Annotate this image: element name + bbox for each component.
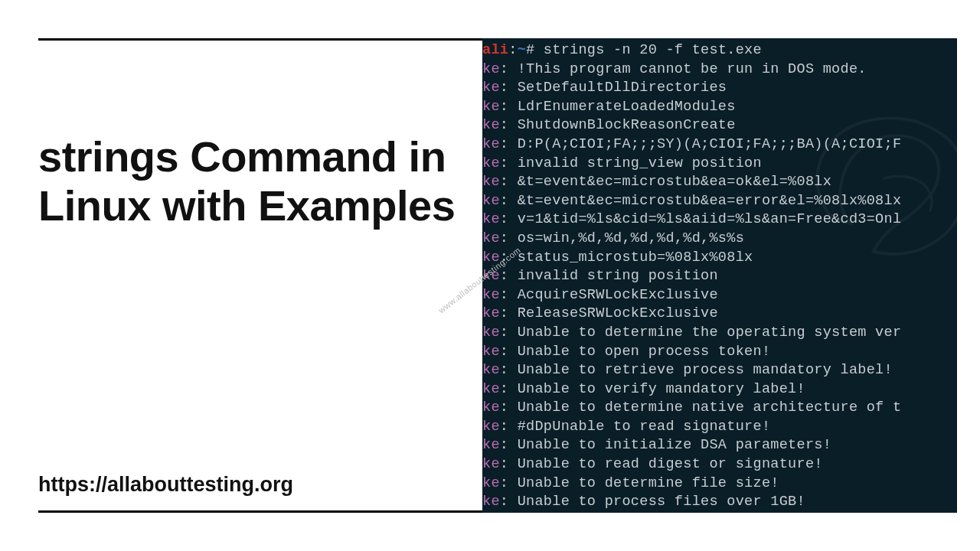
filename-prefix: ke xyxy=(482,117,500,133)
output-text: Unable to determine native architecture … xyxy=(518,399,902,416)
output-text: !This program cannot be run in DOS mode. xyxy=(518,61,867,77)
filename-prefix: ke xyxy=(482,475,500,491)
output-line: ke: Unable to open process token! xyxy=(482,343,957,362)
filename-prefix: ke xyxy=(482,419,500,435)
output-line: ke: SetDefaultDllDirectories xyxy=(482,79,957,98)
terminal-output: ali:~# strings -n 20 -f test.exe ke: !Th… xyxy=(482,41,957,513)
left-panel: strings Command in Linux with Examples h… xyxy=(38,38,482,513)
output-line: ke: os=win,%d,%d,%d,%d,%d,%s%s xyxy=(482,230,957,249)
output-line: ke: v=1&tid=%ls&cid=%ls&aiid=%ls&an=Free… xyxy=(482,210,957,230)
output-text: ReleaseSRWLockExclusive xyxy=(518,305,718,321)
output-line: ke: !This program cannot be run in DOS m… xyxy=(482,60,957,80)
filename-prefix: ke xyxy=(482,174,500,190)
filename-prefix: ke xyxy=(482,155,500,171)
output-line: ke: Unable to process files over 1GB! xyxy=(482,493,957,512)
output-line: ke: LdrEnumerateLoadedModules xyxy=(482,98,957,117)
filename-prefix: ke xyxy=(482,99,500,115)
output-line: ke: invalid string_view position xyxy=(482,155,957,174)
path-symbol: ~ xyxy=(518,42,526,58)
command-text: strings -n 20 -f test.exe xyxy=(544,42,762,58)
filename-prefix: ke xyxy=(482,437,500,453)
output-text: &t=event&ec=microstub&ea=ok&el=%08lx xyxy=(518,174,831,190)
filename-prefix: ke xyxy=(482,268,500,284)
output-text: D:P(A;CIOI;FA;;;SY)(A;CIOI;FA;;;BA)(A;CI… xyxy=(518,136,902,152)
output-text: invalid string_view position xyxy=(518,155,762,171)
output-text: v=1&tid=%ls&cid=%ls&aiid=%ls&an=Free&cd3… xyxy=(518,211,902,227)
output-text: invalid string position xyxy=(518,268,718,284)
output-text: SetDefaultDllDirectories xyxy=(518,80,727,96)
output-line: ke: ShutdownBlockReasonCreate xyxy=(482,116,957,135)
output-line: ke: Unable to read digest or signature! xyxy=(482,455,957,474)
filename-prefix: ke xyxy=(482,230,500,246)
page-title: strings Command in Linux with Examples xyxy=(38,132,467,231)
output-text: Unable to initialize DSA parameters! xyxy=(518,437,831,453)
output-line: ke: Unable to initialize DSA parameters! xyxy=(482,436,957,455)
filename-prefix: ke xyxy=(482,136,500,152)
output-line: ke: AcquireSRWLockExclusive xyxy=(482,286,957,305)
site-url: https://allabouttesting.org xyxy=(38,473,467,497)
output-text: Unable to determine file size! xyxy=(518,475,779,491)
filename-prefix: ke xyxy=(482,381,500,397)
command-line: ali:~# strings -n 20 -f test.exe xyxy=(482,41,957,60)
output-text: Unable to process files over 1GB! xyxy=(518,494,805,510)
output-line: ke: Unable to determine native architect… xyxy=(482,399,957,418)
output-line: ke: &t=event&ec=microstub&ea=error&el=%0… xyxy=(482,192,957,211)
output-line: ke: ReleaseSRWLockExclusive xyxy=(482,305,957,324)
output-line: ke: #dDpUnable to read signature! xyxy=(482,418,957,437)
terminal-panel: ali:~# strings -n 20 -f test.exe ke: !Th… xyxy=(482,38,957,513)
output-line: ke: D:P(A;CIOI;FA;;;SY)(A;CIOI;FA;;;BA)(… xyxy=(482,135,957,155)
filename-prefix: ke xyxy=(482,61,500,77)
output-text: LdrEnumerateLoadedModules xyxy=(518,99,736,115)
filename-prefix: ke xyxy=(482,249,500,266)
output-line: ke: invalid string position xyxy=(482,267,957,286)
filename-prefix: ke xyxy=(482,399,500,416)
hostname: ali xyxy=(482,42,508,58)
output-text: Unable to retrieve process mandatory lab… xyxy=(518,362,893,378)
output-text: Unable to read digest or signature! xyxy=(518,456,823,472)
prompt-hash: # xyxy=(526,42,534,58)
output-text: Unable to verify mandatory label! xyxy=(518,381,805,397)
filename-prefix: ke xyxy=(482,456,500,472)
output-line: ke: &t=event&ec=microstub&ea=ok&el=%08lx xyxy=(482,173,957,192)
filename-prefix: ke xyxy=(482,305,500,321)
output-line: ke: status_microstub=%08lx%08lx xyxy=(482,249,957,268)
filename-prefix: ke xyxy=(482,362,500,378)
filename-prefix: ke xyxy=(482,344,500,360)
output-text: ShutdownBlockReasonCreate xyxy=(518,117,736,133)
output-text: Unable to determine the operating system… xyxy=(518,324,902,341)
filename-prefix: ke xyxy=(482,324,500,341)
output-text: status_microstub=%08lx%08lx xyxy=(518,249,753,266)
output-text: #dDpUnable to read signature! xyxy=(518,419,771,435)
output-line: ke: Unable to determine the operating sy… xyxy=(482,324,957,343)
output-line: ke: Unable to open file mapping! xyxy=(482,512,957,513)
filename-prefix: ke xyxy=(482,193,500,209)
page-container: strings Command in Linux with Examples h… xyxy=(0,0,980,551)
output-text: AcquireSRWLockExclusive xyxy=(518,287,718,303)
filename-prefix: ke xyxy=(482,211,500,227)
filename-prefix: ke xyxy=(482,80,500,96)
output-text: Unable to open process token! xyxy=(518,344,771,360)
output-text: &t=event&ec=microstub&ea=error&el=%08lx%… xyxy=(518,193,902,209)
output-line: ke: Unable to determine file size! xyxy=(482,474,957,494)
filename-prefix: ke xyxy=(482,287,500,303)
filename-prefix: ke xyxy=(482,494,500,510)
output-line: ke: Unable to verify mandatory label! xyxy=(482,380,957,399)
output-text: os=win,%d,%d,%d,%d,%d,%s%s xyxy=(518,230,744,246)
output-line: ke: Unable to retrieve process mandatory… xyxy=(482,361,957,380)
